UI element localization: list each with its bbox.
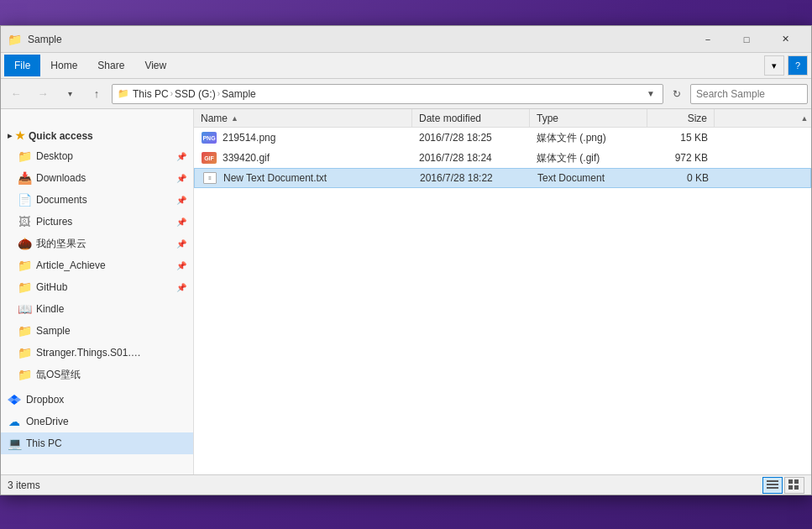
sidebar-item-kindle[interactable]: 📖 Kindle (1, 298, 193, 320)
tab-share[interactable]: Share (87, 55, 134, 76)
onedrive-icon: ☁ (8, 415, 21, 428)
sidebar-item-downloads[interactable]: 📥 Downloads 📌 (1, 167, 193, 189)
gif-file-icon: GIF (201, 151, 217, 165)
view-details-button[interactable] (762, 477, 783, 494)
refresh-button[interactable]: ↻ (667, 84, 687, 104)
file-date: 2016/7/28 18:22 (420, 172, 493, 184)
png-file-icon: PNG (201, 131, 217, 144)
sidebar-item-label: Stranger.Things.S01.720p.N (36, 347, 145, 359)
recent-locations-button[interactable]: ▾ (58, 84, 81, 104)
github-folder-icon: 📁 (18, 280, 31, 294)
address-part-ssd[interactable]: SSD (G:) (175, 88, 216, 100)
sidebar: ▸ ★ Quick access 📁 Desktop 📌 📥 Downloads… (1, 109, 194, 474)
file-date-cell: 2016/7/28 18:24 (412, 149, 530, 166)
forward-button[interactable]: → (31, 84, 55, 104)
sidebar-item-label: Article_Achieve (36, 259, 106, 271)
folder-icon: 📁 (8, 33, 21, 46)
col-size-label: Size (688, 113, 707, 124)
sidebar-item-article[interactable]: 📁 Article_Achieve 📌 (1, 254, 193, 276)
scroll-up-icon[interactable]: ▲ (798, 109, 811, 127)
sidebar-item-dropbox[interactable]: Dropbox (1, 389, 193, 411)
sidebar-item-desktop[interactable]: 📁 Desktop 📌 (1, 145, 193, 167)
sidebar-item-label: This PC (26, 437, 62, 449)
pin-icon: 📌 (176, 239, 186, 249)
pin-icon: 📌 (176, 283, 186, 292)
main-content: ▸ ★ Quick access 📁 Desktop 📌 📥 Downloads… (1, 109, 811, 474)
back-button[interactable]: ← (4, 84, 28, 104)
address-bar[interactable]: 📁 This PC › SSD (G:) › Sample ▼ (112, 84, 663, 104)
svg-rect-6 (788, 479, 793, 484)
tab-file[interactable]: File (4, 55, 40, 76)
col-header-size[interactable]: Size (647, 109, 715, 127)
maximize-button[interactable]: □ (727, 26, 766, 53)
sidebar-item-xenos[interactable]: 📁 氙OS壁纸 (1, 364, 193, 385)
pin-icon: 📌 (176, 174, 186, 183)
chevron-icon: ▸ (8, 131, 12, 140)
file-date: 2016/7/28 18:25 (419, 132, 492, 144)
minimize-button[interactable]: − (689, 26, 727, 53)
ribbon-expand-button[interactable]: ▾ (764, 55, 784, 76)
file-type-cell: Text Document (531, 170, 648, 186)
sidebar-item-pictures[interactable]: 🖼 Pictures 📌 (1, 211, 193, 233)
file-type-cell: 媒体文件 (.png) (530, 128, 647, 148)
file-list: PNG 219514.png 2016/7/28 18:25 媒体文件 (.pn… (194, 128, 811, 474)
pin-icon: 📌 (176, 261, 186, 270)
sidebar-item-sample[interactable]: 📁 Sample (1, 320, 193, 342)
stranger-folder-icon: 📁 (18, 346, 31, 359)
table-row[interactable]: GIF 339420.gif 2016/7/28 18:24 媒体文件 (.gi… (194, 148, 811, 168)
sidebar-item-label: GitHub (36, 281, 67, 293)
file-name-cell: ≡ New Text Document.txt (195, 169, 413, 187)
sidebar-item-label: Downloads (36, 172, 86, 184)
window-controls: − □ ✕ (689, 26, 804, 53)
dropbox-icon (8, 393, 21, 406)
folder-icon: 📁 (18, 149, 31, 163)
sidebar-item-nutstore[interactable]: 🌰 我的坚果云 📌 (1, 233, 193, 254)
sidebar-item-label: 我的坚果云 (36, 237, 86, 251)
address-dropdown-button[interactable]: ▼ (644, 87, 657, 101)
file-size-cell: 972 KB (647, 149, 715, 166)
sidebar-item-thispc[interactable]: 💻 This PC (1, 432, 193, 454)
file-date: 2016/7/28 18:24 (419, 152, 492, 164)
ribbon: File Home Share View ▾ ? (1, 53, 811, 79)
table-row[interactable]: PNG 219514.png 2016/7/28 18:25 媒体文件 (.pn… (194, 128, 811, 148)
sidebar-item-onedrive[interactable]: ☁ OneDrive (1, 411, 193, 432)
sidebar-item-label: Sample (36, 325, 71, 337)
tab-home[interactable]: Home (40, 55, 87, 76)
sidebar-item-stranger[interactable]: 📁 Stranger.Things.S01.720p.N (1, 342, 193, 364)
col-header-name[interactable]: Name ▲ (194, 109, 412, 127)
explorer-window: 📁 Sample − □ ✕ File Home Share View ▾ ? … (0, 25, 812, 495)
svg-rect-7 (794, 479, 799, 484)
sidebar-item-documents[interactable]: 📄 Documents 📌 (1, 189, 193, 211)
address-folder-icon: 📁 (118, 88, 129, 99)
computer-icon: 💻 (8, 437, 21, 450)
sidebar-item-label: Documents (36, 194, 87, 206)
file-name: New Text Document.txt (223, 172, 327, 184)
search-input[interactable] (696, 88, 812, 100)
view-toggle (762, 477, 804, 494)
file-area: Name ▲ Date modified Type Size ▲ (194, 109, 811, 474)
file-size-cell: 0 KB (648, 170, 715, 186)
pin-icon: 📌 (176, 217, 186, 227)
sidebar-item-github[interactable]: 📁 GitHub 📌 (1, 276, 193, 298)
quick-access-header[interactable]: ▸ ★ Quick access (1, 126, 193, 145)
address-part-thispc[interactable]: This PC (133, 88, 169, 100)
address-part-sample[interactable]: Sample (222, 88, 256, 100)
col-name-label: Name (201, 113, 228, 124)
close-button[interactable]: ✕ (766, 26, 804, 53)
col-header-date[interactable]: Date modified (412, 109, 530, 127)
pin-icon: 📌 (176, 196, 186, 205)
sidebar-item-label: Kindle (36, 303, 64, 315)
file-size: 972 KB (675, 152, 708, 164)
file-date-cell: 2016/7/28 18:25 (412, 129, 530, 146)
file-name: 219514.png (223, 132, 275, 144)
file-type-cell: 媒体文件 (.gif) (530, 149, 647, 168)
help-button[interactable]: ? (788, 55, 808, 76)
view-large-button[interactable] (784, 477, 804, 494)
col-header-type[interactable]: Type (530, 109, 647, 127)
sidebar-item-label: 氙OS壁纸 (36, 368, 81, 382)
col-date-label: Date modified (419, 113, 481, 124)
search-box[interactable]: 🔍 (690, 84, 808, 104)
tab-view[interactable]: View (134, 55, 176, 76)
up-button[interactable]: ↑ (85, 84, 108, 104)
table-row[interactable]: ≡ New Text Document.txt 2016/7/28 18:22 … (194, 168, 811, 188)
